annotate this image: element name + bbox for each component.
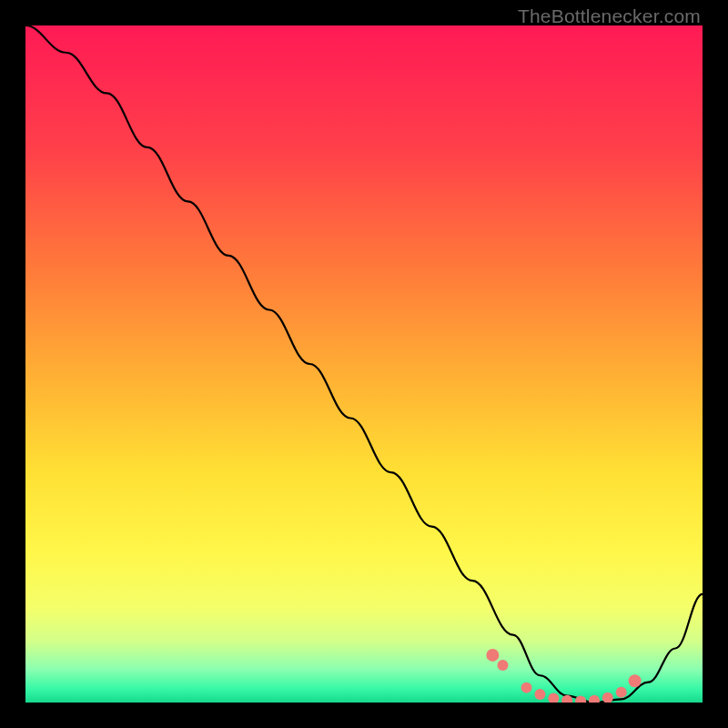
watermark-label: TheBottlenecker.com — [518, 5, 701, 27]
marker-dot — [629, 674, 642, 687]
marker-dot — [534, 689, 545, 700]
curve-layer — [25, 25, 703, 703]
marker-dot — [548, 693, 559, 703]
marker-dot — [486, 649, 499, 662]
marker-dot — [521, 682, 532, 693]
marker-dot — [602, 693, 613, 703]
plot-area — [25, 25, 703, 703]
marker-dot — [616, 687, 627, 698]
marker-dot — [589, 695, 600, 703]
chart-container: TheBottlenecker.com — [0, 0, 728, 728]
bottleneck-curve — [25, 25, 703, 703]
marker-dot — [498, 660, 509, 671]
